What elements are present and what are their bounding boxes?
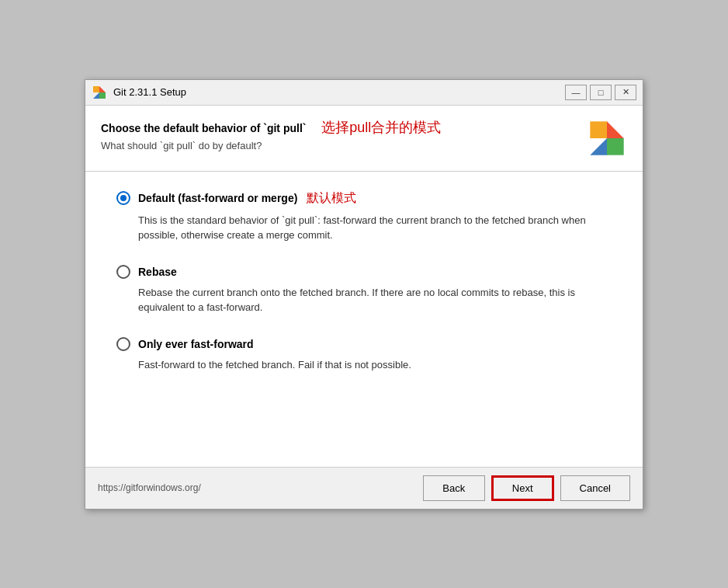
option-fast-forward-label: Only ever fast-forward [116,337,612,351]
git-logo-small [92,85,107,100]
option-default-label: Default (fast-forward or merge) 默认模式 [116,190,612,207]
back-button[interactable]: Back [423,475,485,501]
svg-marker-7 [607,138,624,155]
option-rebase-title: Rebase [138,266,177,278]
footer-buttons: Back Next Cancel [423,475,630,501]
header-annotation: 选择pull合并的模式 [321,120,441,135]
header-section: Choose the default behavior of `git pull… [85,106,643,172]
option-default[interactable]: Default (fast-forward or merge) 默认模式 Thi… [116,190,612,243]
radio-default[interactable] [116,191,130,205]
svg-marker-6 [590,121,607,138]
title-bar-left: Git 2.31.1 Setup [92,85,186,100]
minimize-button[interactable]: — [565,85,587,100]
option-fast-forward-title: Only ever fast-forward [138,338,254,350]
svg-marker-3 [99,92,106,99]
option-rebase-desc: Rebase the current branch onto the fetch… [138,285,612,315]
next-button[interactable]: Next [491,475,554,501]
footer-section: https://gitforwindows.org/ Back Next Can… [85,467,643,509]
title-bar: Git 2.31.1 Setup — □ ✕ [85,80,643,106]
cancel-button[interactable]: Cancel [560,475,630,501]
radio-fast-forward[interactable] [116,337,130,351]
git-logo-large [587,118,627,158]
setup-window: Git 2.31.1 Setup — □ ✕ Choose the defaul… [85,79,643,510]
option-default-annotation: 默认模式 [307,191,356,204]
window-title: Git 2.31.1 Setup [113,86,186,98]
option-default-desc: This is the standard behavior of `git pu… [138,213,612,243]
close-button[interactable]: ✕ [615,85,636,100]
header-subtitle: What should `git pull` do by default? [101,140,571,151]
title-bar-controls: — □ ✕ [565,85,636,100]
svg-marker-2 [93,86,99,92]
option-default-title: Default (fast-forward or merge) 默认模式 [138,190,356,207]
radio-rebase[interactable] [116,265,130,279]
content-section: Default (fast-forward or merge) 默认模式 Thi… [85,172,643,467]
option-rebase[interactable]: Rebase Rebase the current branch onto th… [116,265,612,315]
header-text: Choose the default behavior of `git pull… [101,118,571,151]
option-rebase-label: Rebase [116,265,612,279]
maximize-button[interactable]: □ [590,85,612,100]
option-fast-forward[interactable]: Only ever fast-forward Fast-forward to t… [116,337,612,373]
header-title: Choose the default behavior of `git pull… [101,118,571,137]
footer-link[interactable]: https://gitforwindows.org/ [98,482,201,493]
option-fast-forward-desc: Fast-forward to the fetched branch. Fail… [138,357,612,373]
